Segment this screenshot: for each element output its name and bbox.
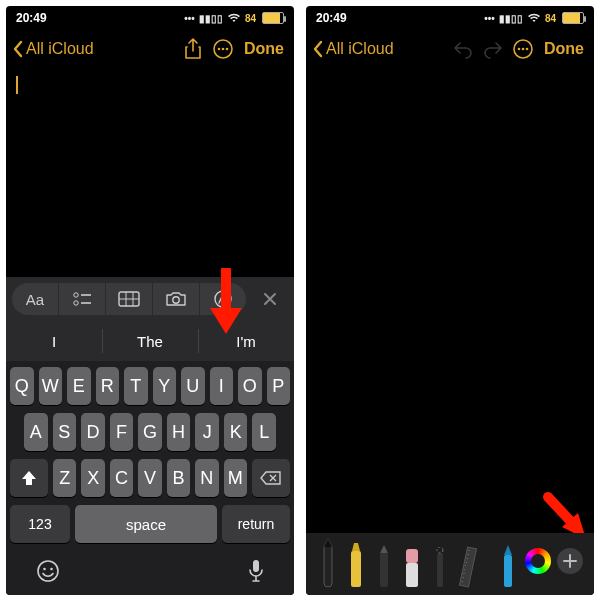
key-o[interactable]: O [238, 367, 262, 405]
camera-button[interactable] [153, 283, 199, 315]
key-y[interactable]: Y [153, 367, 177, 405]
svg-point-15 [43, 568, 46, 571]
markup-icon [213, 289, 233, 309]
svg-rect-22 [351, 551, 361, 587]
back-button[interactable]: All iCloud [312, 40, 394, 58]
keyboard[interactable]: Q W E R T Y U I O P A S D F G H J K L Z [6, 361, 294, 595]
key-j[interactable]: J [195, 413, 219, 451]
key-v[interactable]: V [138, 459, 161, 497]
more-button[interactable] [508, 38, 538, 60]
status-cell-dots: ••• [184, 13, 195, 24]
markup-button[interactable] [200, 283, 246, 315]
keyboard-toolbar: Aa [6, 277, 294, 321]
key-x[interactable]: X [81, 459, 104, 497]
marker-tool[interactable] [345, 543, 367, 589]
space-key[interactable]: space [75, 505, 217, 543]
format-text-button[interactable]: Aa [12, 283, 58, 315]
key-b[interactable]: B [167, 459, 190, 497]
svg-point-6 [74, 301, 78, 305]
plus-icon [563, 554, 577, 568]
status-time: 20:49 [316, 11, 480, 25]
ruler-tool[interactable] [457, 549, 491, 589]
pen-tool[interactable] [317, 539, 339, 589]
numbers-key[interactable]: 123 [10, 505, 70, 543]
key-u[interactable]: U [181, 367, 205, 405]
key-t[interactable]: T [124, 367, 148, 405]
key-l[interactable]: L [252, 413, 276, 451]
crayon-tool[interactable] [497, 545, 519, 589]
delete-key[interactable] [252, 459, 290, 497]
chevron-left-icon [312, 40, 324, 58]
nav-bar: All iCloud Done [306, 30, 594, 68]
battery-percent: 84 [245, 13, 256, 24]
status-time: 20:49 [16, 11, 180, 25]
key-k[interactable]: K [224, 413, 248, 451]
key-m[interactable]: M [224, 459, 247, 497]
return-key[interactable]: return [222, 505, 290, 543]
checklist-button[interactable] [59, 283, 105, 315]
key-i[interactable]: I [210, 367, 234, 405]
battery-icon [562, 12, 584, 24]
redo-button[interactable] [478, 39, 508, 59]
done-button[interactable]: Done [244, 40, 284, 58]
more-circle-icon [512, 38, 534, 60]
table-button[interactable] [106, 283, 152, 315]
lasso-tool[interactable] [429, 547, 451, 589]
key-c[interactable]: C [110, 459, 133, 497]
key-a[interactable]: A [24, 413, 48, 451]
undo-icon [452, 39, 474, 59]
svg-point-4 [74, 293, 78, 297]
key-z[interactable]: Z [53, 459, 76, 497]
keyboard-bottom-row [10, 551, 290, 591]
checklist-icon [72, 292, 92, 306]
svg-point-19 [518, 48, 521, 51]
key-f[interactable]: F [110, 413, 134, 451]
shift-key[interactable] [10, 459, 48, 497]
suggestion-row: I The I'm [6, 321, 294, 361]
key-g[interactable]: G [138, 413, 162, 451]
key-q[interactable]: Q [10, 367, 34, 405]
add-tool-button[interactable] [557, 548, 583, 574]
key-s[interactable]: S [53, 413, 77, 451]
delete-icon [260, 471, 282, 485]
emoji-icon [36, 559, 60, 583]
screenshot-right: 20:49 ••• ▮▮▯▯ 84 All iCloud Done [306, 6, 594, 595]
suggestion-1[interactable]: I [6, 321, 102, 361]
back-label: All iCloud [26, 40, 94, 58]
drawing-canvas[interactable] [306, 68, 594, 533]
done-button[interactable]: Done [544, 40, 584, 58]
key-r[interactable]: R [96, 367, 120, 405]
key-p[interactable]: P [267, 367, 291, 405]
pencil-tool[interactable] [373, 545, 395, 589]
key-n[interactable]: N [195, 459, 218, 497]
share-button[interactable] [178, 38, 208, 60]
svg-rect-25 [406, 563, 418, 587]
camera-icon [165, 291, 187, 307]
svg-rect-24 [406, 549, 418, 563]
svg-rect-23 [380, 553, 388, 587]
dismiss-toolbar-button[interactable] [252, 291, 288, 307]
emoji-button[interactable] [36, 559, 60, 583]
key-e[interactable]: E [67, 367, 91, 405]
suggestion-2[interactable]: The [102, 321, 198, 361]
color-picker[interactable] [525, 548, 551, 574]
key-d[interactable]: D [81, 413, 105, 451]
note-editor[interactable] [6, 68, 294, 277]
svg-point-1 [218, 48, 221, 51]
eraser-tool[interactable] [401, 549, 423, 589]
svg-point-16 [50, 568, 53, 571]
key-w[interactable]: W [39, 367, 63, 405]
mic-button[interactable] [248, 559, 264, 583]
svg-point-20 [522, 48, 525, 51]
more-button[interactable] [208, 38, 238, 60]
status-bar: 20:49 ••• ▮▮▯▯ 84 [306, 6, 594, 30]
screenshot-left: 20:49 ••• ▮▮▯▯ 84 All iCloud Done Aa [6, 6, 294, 595]
suggestion-3[interactable]: I'm [198, 321, 294, 361]
text-cursor [16, 76, 18, 94]
svg-rect-26 [437, 553, 443, 587]
undo-button[interactable] [448, 39, 478, 59]
shift-icon [20, 470, 38, 486]
back-button[interactable]: All iCloud [12, 40, 94, 58]
drawing-toolbar [306, 533, 594, 595]
key-h[interactable]: H [167, 413, 191, 451]
